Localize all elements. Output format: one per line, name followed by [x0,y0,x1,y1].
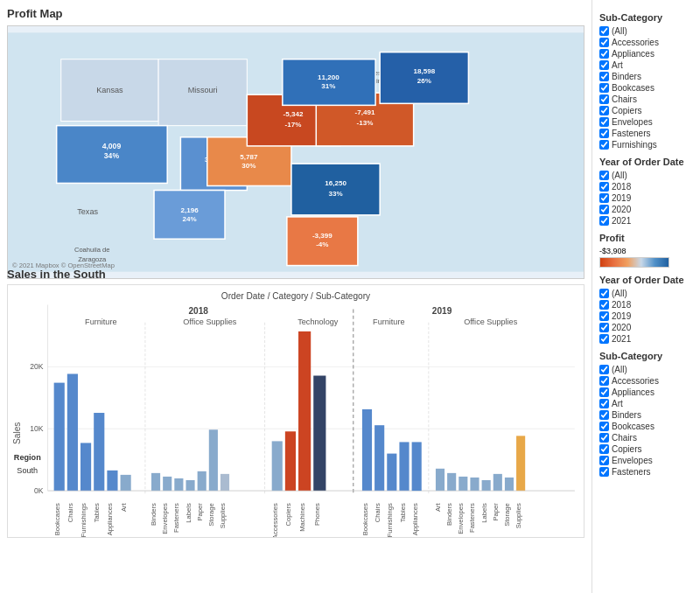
map-title: Profit Map [7,7,584,20]
svg-rect-60 [54,383,65,492]
svg-text:Bookcases: Bookcases [361,503,369,535]
svg-text:Labels: Labels [480,503,488,523]
svg-rect-120 [412,442,422,491]
svg-text:33%: 33% [328,190,342,198]
svg-text:2019: 2019 [432,306,452,316]
svg-text:Furnishings: Furnishings [80,503,88,537]
sub-cat-envelopes-1[interactable]: Envelopes [599,117,693,127]
svg-text:Furniture: Furniture [373,317,404,326]
svg-text:-17%: -17% [285,121,302,129]
svg-rect-71 [209,429,218,491]
sub-cat-bookcases-1[interactable]: Bookcases [599,83,693,93]
svg-text:Texas: Texas [77,207,98,216]
svg-text:Missouri: Missouri [188,86,218,94]
svg-text:Supplies: Supplies [219,503,227,528]
sub-cat-art-1[interactable]: Art [599,60,693,70]
sub-cat-bookcases-2[interactable]: Bookcases [599,422,693,431]
map-section: Profit Map Kansas Missouri West Virginia [7,7,584,261]
svg-rect-76 [313,376,326,492]
right-panel: Sub-Category (All) Accessories Appliance… [592,0,700,593]
sub-cat-copiers-2[interactable]: Copiers [599,444,693,454]
sub-cat-copiers-1[interactable]: Copiers [599,106,693,115]
year-2020-1[interactable]: 2020 [599,205,693,214]
sub-cat-accessories-1[interactable]: Accessories [599,38,693,47]
svg-text:0K: 0K [34,486,44,495]
svg-rect-87 [505,478,514,491]
svg-text:Chairs: Chairs [374,503,382,522]
sub-cat-binders-2[interactable]: Binders [599,410,693,420]
svg-text:Furniture: Furniture [85,317,116,326]
svg-text:Chairs: Chairs [66,503,74,522]
south-label: South [17,466,38,475]
svg-text:20K: 20K [30,362,44,371]
year-all-1[interactable]: (All) [599,171,693,180]
svg-text:4,009: 4,009 [102,142,122,150]
svg-rect-73 [272,441,283,491]
sub-cat-accessories-2[interactable]: Accessories [599,376,693,386]
year-title-2: Year of Order Date [599,275,693,285]
svg-rect-86 [494,474,502,491]
svg-text:-5,342: -5,342 [284,111,304,119]
svg-rect-84 [470,478,479,491]
sub-cat-appliances-2[interactable]: Appliances [599,387,693,397]
year-2019-1[interactable]: 2019 [599,193,693,203]
svg-text:Envelopes: Envelopes [161,503,169,534]
svg-text:2018: 2018 [188,306,208,316]
sub-category-title-1: Sub-Category [599,12,693,23]
sub-cat-fasteners-2[interactable]: Fasteners [599,467,693,477]
sub-cat-art-2[interactable]: Art [599,399,693,408]
svg-text:Furnishings: Furnishings [386,503,394,537]
svg-text:Art: Art [434,502,442,512]
y-axis-label: Sales [12,422,22,444]
svg-rect-65 [121,475,131,491]
svg-rect-64 [107,471,117,491]
chart-svg: Order Date / Category / Sub-Category Sal… [8,285,584,537]
year-2020-2[interactable]: 2020 [599,323,693,332]
svg-text:Envelopes: Envelopes [457,503,465,534]
svg-text:Storage: Storage [207,503,215,527]
profit-title: Profit [599,233,693,243]
svg-rect-74 [285,431,296,491]
svg-rect-75 [298,331,311,491]
svg-rect-63 [94,413,104,491]
main-content: Profit Map Kansas Missouri West Virginia [0,0,592,593]
map-svg: Kansas Missouri West Virginia DE 4,009 3… [8,26,584,278]
svg-rect-61 [67,373,78,491]
year-all-2[interactable]: (All) [599,289,693,298]
year-2018-2[interactable]: 2018 [599,300,693,310]
sub-cat-chairs-2[interactable]: Chairs [599,433,693,443]
svg-text:18,598: 18,598 [413,67,435,75]
svg-rect-68 [174,478,183,491]
sub-cat-fasteners-1[interactable]: Fasteners [599,129,693,138]
sub-cat-all-1[interactable]: (All) [599,26,693,36]
svg-text:16,250: 16,250 [325,179,346,187]
svg-text:Tables: Tables [93,503,101,522]
profit-gradient-bar [599,257,669,268]
year-2021-1[interactable]: 2021 [599,216,693,226]
sub-cat-all-2[interactable]: (All) [599,365,693,374]
map-container: Kansas Missouri West Virginia DE 4,009 3… [7,25,584,279]
svg-text:2,196: 2,196 [180,206,199,214]
svg-text:Appliances: Appliances [411,503,419,535]
sub-cat-binders-1[interactable]: Binders [599,72,693,81]
profit-legend-row: -$3,908 [599,247,626,255]
svg-text:Technology: Technology [298,317,339,326]
year-2019-2[interactable]: 2019 [599,311,693,321]
svg-text:Binders: Binders [150,503,158,526]
svg-rect-81 [436,469,444,491]
svg-rect-85 [482,480,491,491]
sub-cat-envelopes-2[interactable]: Envelopes [599,456,693,465]
sub-cat-appliances-1[interactable]: Appliances [599,49,693,59]
year-title-1: Year of Order Date [599,157,693,167]
svg-rect-70 [198,471,206,491]
svg-text:34%: 34% [104,151,120,160]
svg-rect-69 [186,480,194,491]
sub-cat-furnishings-1[interactable]: Furnishings [599,140,693,150]
year-2018-1[interactable]: 2018 [599,182,693,192]
svg-text:-7,491: -7,491 [355,108,375,116]
year-2021-2[interactable]: 2021 [599,334,693,344]
svg-rect-72 [220,474,229,491]
sub-cat-chairs-1[interactable]: Chairs [599,94,693,104]
profit-legend: -$3,908 [599,247,693,268]
svg-text:Fasteners: Fasteners [468,503,476,533]
